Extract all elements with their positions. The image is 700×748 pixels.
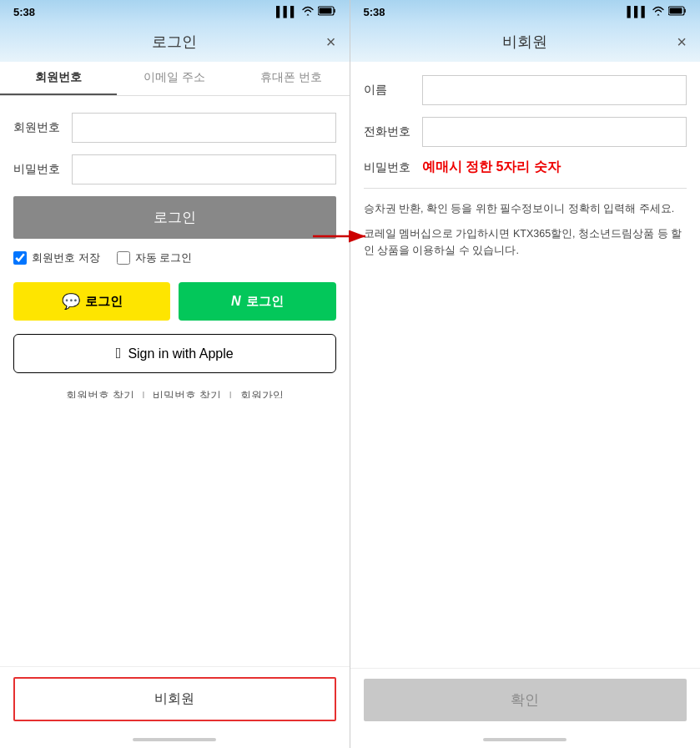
password-input[interactable] — [72, 154, 336, 184]
find-id-link[interactable]: 회원번호 찾기 — [66, 389, 134, 398]
confirm-button[interactable]: 확인 — [364, 679, 687, 721]
tab-member-number[interactable]: 회원번호 — [0, 62, 117, 95]
name-label: 이름 — [364, 83, 414, 98]
left-close-button[interactable]: × — [326, 33, 336, 52]
confirm-btn-area: 확인 — [350, 668, 701, 731]
kakao-icon: 💬 — [62, 292, 80, 311]
status-bar-right: 5:38 ▌▌▌ — [350, 0, 701, 23]
left-header: 로그인 × — [0, 23, 350, 62]
right-close-button[interactable]: × — [677, 33, 687, 52]
auto-login-checkbox[interactable] — [117, 251, 130, 265]
tab-phone[interactable]: 휴대폰 번호 — [233, 62, 350, 95]
phone-input[interactable] — [422, 117, 687, 147]
kakao-label: 로그인 — [85, 294, 123, 310]
social-login-row: 💬 로그인 N 로그인 — [13, 282, 336, 321]
right-header: 비회원 × — [350, 23, 701, 62]
password-label: 비밀번호 — [13, 162, 63, 177]
status-time-right: 5:38 — [364, 6, 385, 18]
apple-signin-button[interactable]:  Sign in with Apple — [13, 334, 336, 373]
left-header-title: 로그인 — [152, 32, 197, 52]
save-id-label: 회원번호 저장 — [32, 250, 100, 265]
member-number-input[interactable] — [72, 113, 336, 143]
right-main-content: 이름 전화번호 비밀번호 예매시 정한 5자리 숫자 승차권 반환, 확인 등을… — [350, 62, 701, 378]
name-input[interactable] — [422, 75, 687, 105]
name-row: 이름 — [364, 75, 687, 105]
right-password-row: 비밀번호 예매시 정한 5자리 숫자 — [364, 159, 687, 176]
auto-login-label: 자동 로그인 — [135, 250, 193, 265]
signal-icon-right: ▌▌▌ — [627, 6, 648, 18]
tab-email[interactable]: 이메일 주소 — [117, 62, 234, 95]
naver-label: 로그인 — [246, 294, 284, 310]
left-screen: 5:38 ▌▌▌ 로그인 × 회원번호 이메일 주소 휴대폰 번호 회원 — [0, 0, 350, 748]
auto-login-checkbox-label[interactable]: 자동 로그인 — [117, 250, 193, 265]
nonmember-button[interactable]: 비회원 — [13, 677, 336, 721]
status-bar-left: 5:38 ▌▌▌ — [0, 0, 350, 23]
home-bar-left — [133, 738, 216, 741]
status-icons-right: ▌▌▌ — [627, 6, 687, 18]
left-tabs: 회원번호 이메일 주소 휴대폰 번호 — [0, 62, 350, 96]
battery-icon-left — [318, 6, 336, 18]
status-time-left: 5:38 — [13, 6, 35, 18]
password-hint: 예매시 정한 5자리 숫자 — [422, 159, 687, 176]
password-row: 비밀번호 — [13, 154, 336, 184]
signup-link[interactable]: 회원가입 — [240, 389, 284, 398]
right-header-title: 비회원 — [502, 32, 547, 52]
svg-rect-1 — [319, 8, 331, 13]
save-id-checkbox[interactable] — [13, 251, 27, 265]
save-id-checkbox-label[interactable]: 회원번호 저장 — [13, 250, 100, 265]
apple-signin-label: Sign in with Apple — [128, 346, 233, 361]
battery-icon-right — [668, 6, 687, 18]
member-number-row: 회원번호 — [13, 113, 336, 143]
find-password-link[interactable]: 비밀번호 찾기 — [153, 389, 221, 398]
apple-icon:  — [116, 345, 122, 362]
home-bar-right — [483, 738, 567, 741]
naver-login-button[interactable]: N 로그인 — [179, 282, 335, 321]
right-screen: 5:38 ▌▌▌ 비회원 × 이름 전화번호 — [350, 0, 701, 748]
home-indicator-left — [0, 731, 350, 748]
phone-label: 전화번호 — [364, 124, 414, 139]
home-indicator-right — [350, 731, 701, 748]
wifi-icon-right — [652, 6, 665, 18]
checkbox-row: 회원번호 저장 자동 로그인 — [13, 250, 336, 265]
signal-icon-left: ▌▌▌ — [276, 6, 298, 18]
kakao-login-button[interactable]: 💬 로그인 — [13, 282, 170, 321]
phone-row: 전화번호 — [364, 117, 687, 147]
member-number-label: 회원번호 — [13, 120, 63, 135]
left-bottom-area: 비회원 — [0, 666, 350, 731]
login-button[interactable]: 로그인 — [13, 196, 336, 239]
left-content: 회원번호 비밀번호 로그인 회원번호 저장 자동 로그인 💬 로그인 — [0, 96, 350, 398]
links-row: 회원번호 찾기 | 비밀번호 찾기 | 회원가입 — [13, 388, 336, 398]
right-password-label: 비밀번호 — [364, 160, 414, 175]
separator-1: | — [142, 389, 144, 398]
right-screen-inner: 이름 전화번호 비밀번호 예매시 정한 5자리 숫자 승차권 반환, 확인 등을… — [350, 62, 701, 748]
naver-icon: N — [231, 294, 241, 309]
wifi-icon-left — [301, 6, 315, 18]
status-icons-left: ▌▌▌ — [276, 6, 336, 18]
svg-rect-3 — [670, 8, 682, 13]
separator-2: | — [229, 389, 232, 398]
info-text-1: 승차권 반환, 확인 등을 위한 필수정보이니 정확히 입력해 주세요. 코레일… — [364, 188, 687, 259]
